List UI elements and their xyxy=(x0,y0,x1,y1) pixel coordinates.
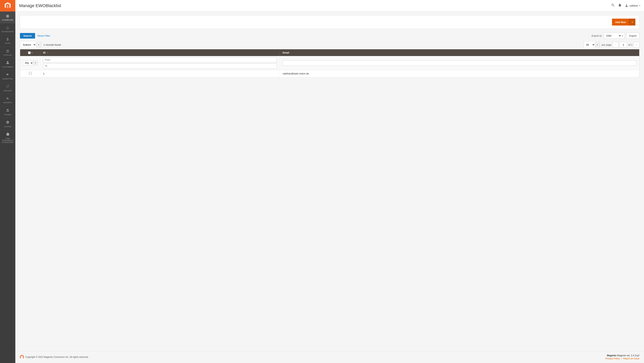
sidebar-item-label: DASHBOARD xyxy=(2,19,13,21)
sidebar-item-extendware[interactable]: ◇ EXTENDWARE xyxy=(0,23,15,35)
reset-filter-button[interactable]: Reset Filter xyxy=(38,33,50,39)
magento-logo[interactable] xyxy=(0,0,15,12)
notifications-icon[interactable] xyxy=(618,3,622,8)
id-from-input[interactable] xyxy=(43,57,277,63)
sidebar-item-label: EXTENDWARE xyxy=(2,31,14,33)
sort-icon: ↑ xyxy=(47,52,48,54)
row-checkbox[interactable] xyxy=(29,72,32,75)
customers-icon xyxy=(6,61,10,65)
id-filters xyxy=(43,57,277,69)
per-page-label: per page xyxy=(602,43,612,46)
sidebar-item-label: SYSTEM xyxy=(4,126,11,128)
user-menu[interactable]: vaibhav ▾ xyxy=(625,4,640,8)
content-icon xyxy=(6,85,10,89)
sales-icon: $ xyxy=(7,38,9,42)
sidebar-item-system[interactable]: SYSTEM xyxy=(0,118,15,130)
data-grid: ▾ ID ↑ Email xyxy=(20,49,640,77)
footer-version: Magento Magento ver. 2.4.3-p2 xyxy=(606,354,640,357)
footer: Copyright © 2022 Magento Commerce Inc. A… xyxy=(15,351,644,363)
sidebar-item-marketing[interactable]: MARKETING xyxy=(0,70,15,82)
page-title: Manage EWOBlacklist xyxy=(19,3,611,8)
footer-right: Magento Magento ver. 2.4.3-p2 Privacy Po… xyxy=(606,354,640,360)
reports-icon xyxy=(6,97,10,101)
dashboard-icon: ⊞ xyxy=(6,14,9,18)
id-to-input[interactable] xyxy=(43,63,277,69)
add-new-button-group: Add New ▾ xyxy=(612,19,636,26)
filter-row: Any Yes No ▾ xyxy=(20,56,640,70)
row-email-cell: vaibhav@web-vision.de xyxy=(280,70,640,77)
row-id-cell: 1 xyxy=(40,70,280,77)
export-select-arrow-icon: ▾ xyxy=(622,35,623,37)
chevron-down-icon: ▾ xyxy=(632,21,633,24)
sidebar-item-label: REPORTS xyxy=(4,102,12,104)
report-issue-link[interactable]: Report an Issue xyxy=(623,357,640,360)
find-partners-icon xyxy=(6,132,10,137)
sidebar-item-customers[interactable]: CUSTOMERS xyxy=(0,58,15,70)
extendware-icon: ◇ xyxy=(6,26,9,30)
export-format-select-wrapper: CSV Excel XML ▾ xyxy=(604,33,625,39)
main-content: Manage EWOBlacklist vaibhav ▾ Add New ▾ xyxy=(15,0,644,363)
sidebar-item-reports[interactable]: REPORTS xyxy=(0,94,15,106)
any-select[interactable]: Any Yes No xyxy=(23,60,33,66)
sidebar-item-label: MARKETING xyxy=(2,78,13,80)
checkbox-dropdown-icon[interactable]: ▾ xyxy=(32,52,32,54)
actions-dropdown-arrow[interactable]: ▾ xyxy=(36,42,41,48)
email-filter-input[interactable] xyxy=(282,60,636,66)
chevron-down-icon: ▾ xyxy=(38,44,39,46)
stores-icon xyxy=(6,109,10,113)
actions-select-wrapper: Actions ▾ xyxy=(20,42,41,48)
sidebar-item-label: CUSTOMERS xyxy=(2,66,14,68)
table-row: 1 vaibhav@web-vision.de xyxy=(20,70,640,77)
search-button[interactable]: Search xyxy=(20,33,35,39)
export-button[interactable]: Export xyxy=(626,33,640,39)
topbar: Manage EWOBlacklist vaibhav ▾ xyxy=(15,0,644,12)
add-new-dropdown-button[interactable]: ▾ xyxy=(629,19,636,26)
export-area: Export to: CSV Excel XML ▾ Export xyxy=(592,33,640,39)
per-page-arrow[interactable]: ▾ xyxy=(595,42,600,48)
filter-cell-id xyxy=(40,56,280,70)
next-page-button[interactable]: › xyxy=(634,42,640,48)
footer-copyright: Copyright © 2022 Magento Commerce Inc. A… xyxy=(25,356,88,358)
sidebar-item-catalog[interactable]: ☰ CATALOG xyxy=(0,47,15,58)
search-icon[interactable] xyxy=(611,3,615,8)
prev-page-button[interactable]: ‹ xyxy=(612,42,618,48)
sidebar-item-dashboard[interactable]: ⊞ DASHBOARD xyxy=(0,12,15,23)
chevron-down-icon: ▾ xyxy=(35,62,36,64)
th-checkbox: ▾ xyxy=(20,49,40,56)
actions-select[interactable]: Actions xyxy=(20,42,36,48)
footer-links: Privacy Policy | Report an Issue xyxy=(606,357,640,360)
select-all-checkbox[interactable] xyxy=(28,52,31,54)
catalog-icon: ☰ xyxy=(6,49,10,53)
sidebar-item-sales[interactable]: $ SALES xyxy=(0,35,15,47)
filter-cell-checkbox: Any Yes No ▾ xyxy=(20,56,40,70)
user-dropdown-icon: ▾ xyxy=(639,5,640,7)
any-select-arrow[interactable]: ▾ xyxy=(33,60,38,66)
sidebar-item-label: FIND PARTNERS & EXTENSIONS xyxy=(1,138,14,144)
footer-logo-area: Copyright © 2022 Magento Commerce Inc. A… xyxy=(20,355,88,359)
filter-cell-email xyxy=(280,56,640,70)
sidebar-item-label: SALES xyxy=(5,42,10,44)
row-checkbox-cell xyxy=(20,70,40,77)
sidebar-item-label: CATALOG xyxy=(4,54,12,56)
marketing-icon xyxy=(6,73,10,77)
export-to-label: Export to: xyxy=(592,34,602,37)
sidebar-item-find-partners[interactable]: FIND PARTNERS & EXTENSIONS xyxy=(0,130,15,146)
filter-bar: Search Reset Filter Export to: CSV Excel… xyxy=(20,33,640,39)
per-page-select-wrapper: 20 30 50 100 200 ▾ xyxy=(584,42,600,48)
th-email: Email xyxy=(280,49,640,56)
add-new-button[interactable]: Add New xyxy=(612,19,629,26)
privacy-policy-link[interactable]: Privacy Policy xyxy=(606,357,620,360)
sidebar-item-content[interactable]: CONTENT xyxy=(0,82,15,94)
export-format-select[interactable]: CSV Excel XML xyxy=(606,34,622,38)
sidebar-item-stores[interactable]: STORES xyxy=(0,106,15,118)
sidebar: ⊞ DASHBOARD ◇ EXTENDWARE $ SALES ☰ CATAL… xyxy=(0,0,15,363)
sidebar-item-label: STORES xyxy=(4,114,11,116)
page-number-input[interactable] xyxy=(620,42,627,48)
page-of-label: of 1 xyxy=(628,43,632,46)
chevron-down-icon: ▾ xyxy=(597,44,598,46)
system-icon xyxy=(6,121,10,125)
th-id[interactable]: ID ↑ xyxy=(40,49,280,56)
page-content-area: Add New ▾ Search Reset Filter Export to:… xyxy=(15,12,644,351)
per-page-select[interactable]: 20 30 50 100 200 xyxy=(584,42,595,48)
pagination: 20 30 50 100 200 ▾ per page ‹ of 1 › xyxy=(584,42,640,48)
